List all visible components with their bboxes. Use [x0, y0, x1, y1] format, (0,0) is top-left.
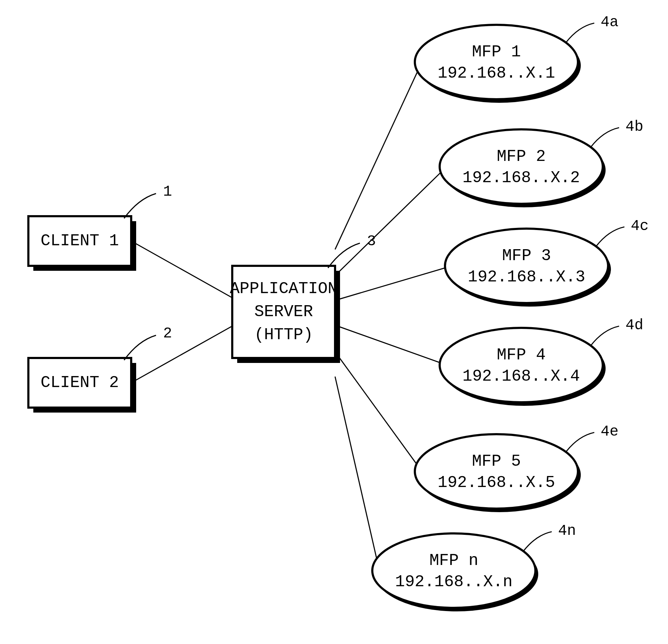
svg-line-5: [335, 325, 447, 365]
mfp4-node: [440, 328, 603, 402]
client1-label: CLIENT 1: [41, 232, 119, 250]
svg-line-6: [335, 352, 422, 472]
client2-ref: 2: [163, 325, 172, 342]
svg-line-2: [335, 62, 422, 250]
mfpn-node: [372, 533, 535, 608]
mfp2-name: MFP 2: [497, 147, 546, 166]
mfp5-ip: 192.168..X.5: [438, 474, 555, 492]
client1-ref: 1: [163, 183, 172, 200]
mfp5-node: [415, 434, 578, 509]
mfpn-name: MFP n: [429, 551, 478, 570]
network-topology-diagram: CLIENT 11CLIENT 22APPLICATIONSERVER(HTTP…: [0, 0, 668, 644]
svg-line-0: [131, 241, 232, 298]
mfp3-ip: 192.168..X.3: [468, 268, 585, 286]
mfp3-node: [445, 229, 608, 303]
mfp4-name: MFP 4: [497, 346, 546, 364]
mfp5-name: MFP 5: [472, 452, 521, 471]
app-server-ref: 3: [367, 233, 376, 250]
mfp1-ip: 192.168..X.1: [438, 64, 555, 83]
mfp3-name: MFP 3: [502, 247, 551, 265]
mfp4-ref: 4d: [625, 317, 643, 334]
mfp3-ref: 4c: [631, 218, 648, 235]
mfpn-ref: 4n: [558, 522, 576, 539]
node-shapes: [28, 25, 611, 611]
svg-line-4: [335, 266, 452, 301]
svg-line-7: [335, 377, 379, 571]
mfpn-ip: 192.168..X.n: [395, 573, 512, 591]
mfp5-ref: 4e: [601, 423, 618, 440]
mfp2-ip: 192.168..X.2: [462, 169, 580, 187]
mfp1-ref: 4a: [601, 14, 618, 31]
mfp2-node: [440, 129, 603, 204]
mfp1-node: [415, 25, 578, 99]
mfp4-ip: 192.168..X.4: [462, 367, 580, 386]
svg-line-3: [335, 167, 447, 276]
svg-line-1: [131, 326, 232, 383]
app-server-label-line3: (HTTP): [254, 326, 313, 344]
app-server-label-line1: APPLICATION: [230, 280, 338, 298]
mfp1-name: MFP 1: [472, 43, 521, 61]
mfp2-ref: 4b: [625, 118, 643, 135]
app-server-label-line2: SERVER: [254, 303, 313, 321]
client2-label: CLIENT 2: [41, 374, 119, 392]
